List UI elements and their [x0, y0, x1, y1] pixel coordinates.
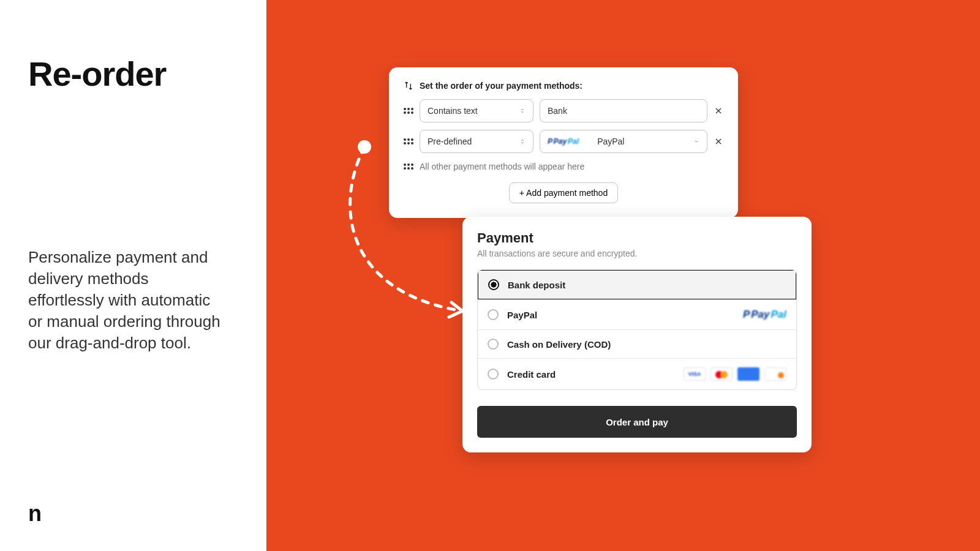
payment-method-label: PayPal	[507, 310, 537, 320]
page-title: Re-order	[28, 54, 238, 94]
payment-method-option[interactable]: Bank deposit	[478, 270, 796, 299]
payment-method-list: Bank deposit PayPal PPayPal Cash on Deli…	[477, 269, 797, 390]
swap-vertical-icon	[404, 81, 413, 91]
mastercard-icon	[710, 367, 733, 381]
checkout-preview-card: Payment All transactions are secure and …	[462, 217, 812, 452]
payment-method-label: Cash on Delivery (COD)	[507, 339, 611, 350]
drag-handle-icon[interactable]	[404, 105, 413, 117]
reorder-config-card: Set the order of your payment methods: C…	[389, 67, 738, 218]
visa-icon	[684, 367, 706, 381]
order-rule-row[interactable]: Contains text	[404, 99, 723, 122]
chevron-updown-icon	[519, 108, 526, 114]
checkout-subtitle: All transactions are secure and encrypte…	[477, 249, 797, 258]
brand-logo: n	[28, 501, 238, 527]
payment-method-option[interactable]: PayPal PPayPal	[478, 299, 796, 329]
drag-handle-icon[interactable]	[404, 135, 413, 148]
page-description: Personalize payment and delivery methods…	[28, 247, 224, 354]
order-rule-row[interactable]: Pre-defined PPayPal PayPal	[404, 130, 723, 153]
add-payment-method-button[interactable]: + Add payment method	[509, 182, 618, 203]
discover-icon	[764, 367, 786, 381]
marketing-sidebar: Re-order Personalize payment and deliver…	[0, 0, 266, 551]
rule-mode-label: Pre-defined	[428, 137, 472, 146]
remaining-methods-row: All other payment methods will appear he…	[404, 160, 723, 173]
payment-method-option[interactable]: Credit card	[478, 358, 796, 389]
demo-canvas: Set the order of your payment methods: C…	[266, 0, 980, 551]
remove-rule-icon[interactable]	[714, 137, 723, 146]
remaining-methods-label: All other payment methods will appear he…	[420, 162, 584, 171]
card-brand-icons	[684, 367, 786, 381]
radio-icon	[488, 339, 499, 350]
config-header-label: Set the order of your payment methods:	[420, 81, 582, 91]
payment-method-label: Bank deposit	[508, 280, 565, 290]
rule-value-label: PayPal	[597, 137, 624, 146]
chevron-down-icon	[693, 138, 699, 144]
paypal-icon: PPayPal	[548, 137, 579, 146]
remove-rule-icon[interactable]	[714, 106, 723, 116]
rule-value-select[interactable]: PPayPal PayPal	[540, 130, 707, 153]
chevron-updown-icon	[519, 138, 526, 144]
rule-value-input[interactable]	[540, 99, 707, 122]
paypal-icon: PPayPal	[743, 309, 786, 321]
svg-point-0	[358, 140, 371, 154]
rule-mode-select[interactable]: Pre-defined	[420, 130, 533, 153]
payment-method-option[interactable]: Cash on Delivery (COD)	[478, 329, 796, 358]
config-header: Set the order of your payment methods:	[404, 81, 723, 91]
payment-method-label: Credit card	[507, 369, 556, 380]
drag-handle-icon[interactable]	[404, 160, 413, 173]
radio-icon	[488, 309, 499, 320]
radio-icon	[488, 369, 499, 380]
rule-mode-select[interactable]: Contains text	[420, 99, 533, 122]
order-and-pay-button[interactable]: Order and pay	[477, 406, 797, 438]
amex-icon	[737, 367, 760, 381]
rule-mode-label: Contains text	[428, 106, 478, 116]
radio-selected-icon	[488, 279, 499, 290]
checkout-title: Payment	[477, 230, 797, 246]
